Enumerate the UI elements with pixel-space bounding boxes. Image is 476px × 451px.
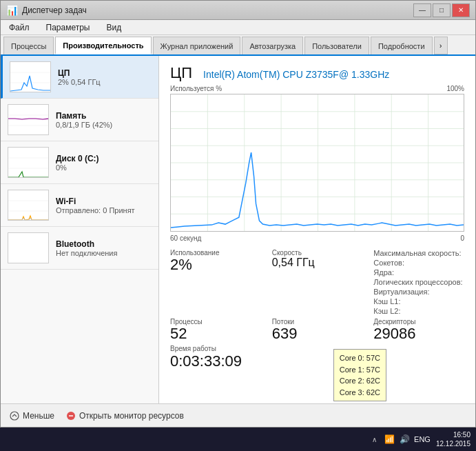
- stat-processes: Процессы 52: [170, 318, 261, 342]
- sidebar-label-disk: Диск 0 (С:): [56, 154, 152, 163]
- uptime-block: Время работы 0:03:33:09: [170, 345, 464, 370]
- detail-subtitle: Intel(R) Atom(TM) CPU Z3735F@ 1.33GHz: [203, 69, 389, 80]
- sidebar-label-bluetooth: Bluetooth: [56, 239, 152, 249]
- svg-point-28: [10, 412, 19, 420]
- sidebar-label-cpu: ЦП: [58, 68, 152, 78]
- tab-autostart[interactable]: Автозагрузка: [242, 37, 303, 54]
- tooltip-core0: Core 0: 57C: [340, 352, 380, 364]
- sidebar: ЦП 2% 0,54 ГГц Память 0,8/1,9 ГБ (42%): [1, 56, 159, 403]
- stat-speed-value: 0,54 ГГц: [272, 257, 363, 269]
- sidebar-item-bluetooth[interactable]: Bluetooth Нет подключения: [1, 227, 158, 270]
- taskbar-network-icon[interactable]: 📶: [384, 434, 395, 445]
- detail-panel: ЦП Intel(R) Atom(TM) CPU Z3735F@ 1.33GHz…: [159, 56, 475, 403]
- sidebar-info-bluetooth: Bluetooth Нет подключения: [56, 239, 152, 257]
- tab-processes[interactable]: Процессы: [3, 37, 54, 54]
- uptime-value: 0:03:33:09: [170, 352, 464, 370]
- bottom-bar: Меньше Открыть монитор ресурсов: [1, 403, 475, 427]
- tab-applog[interactable]: Журнал приложений: [153, 37, 241, 54]
- svg-rect-9: [8, 190, 49, 221]
- menu-file[interactable]: Файл: [3, 21, 35, 34]
- stat-threads-value: 639: [272, 325, 363, 342]
- sidebar-value-memory: 0,8/1,9 ГБ (42%): [56, 121, 152, 129]
- stat-descriptors-value: 29086: [373, 325, 464, 342]
- cores-label: Ядра:: [373, 268, 464, 277]
- tooltip-core2: Core 2: 62C: [340, 375, 380, 387]
- sidebar-item-memory[interactable]: Память 0,8/1,9 ГБ (42%): [1, 99, 158, 141]
- stat-usage: Использование 2%: [170, 249, 261, 315]
- virtual-label: Виртуализация:: [373, 288, 464, 296]
- detail-title: ЦП: [170, 64, 192, 82]
- taskbar-datetime: 16:50 12.12.2015: [436, 430, 470, 448]
- sidebar-item-wifi[interactable]: Wi-Fi Отправлено: 0 Принят: [1, 184, 158, 227]
- svg-rect-6: [8, 148, 49, 178]
- cpu-chart: [170, 94, 464, 232]
- stat-speed-label: Скорость: [272, 249, 363, 257]
- main-content: ЦП 2% 0,54 ГГц Память 0,8/1,9 ГБ (42%): [1, 56, 475, 403]
- window-title: Диспетчер задач: [22, 6, 87, 15]
- taskbar-date-value: 12.12.2015: [436, 439, 470, 448]
- max-speed-label: Максимальная скорость:: [373, 249, 464, 257]
- task-manager-window: 📊 Диспетчер задач — □ ✕ Файл Параметры В…: [0, 0, 476, 428]
- title-bar: 📊 Диспетчер задач — □ ✕: [1, 1, 475, 20]
- logical-label: Логических процессоров:: [373, 278, 464, 286]
- sidebar-label-wifi: Wi-Fi: [56, 197, 152, 206]
- sidebar-info-memory: Память 0,8/1,9 ГБ (42%): [56, 111, 152, 129]
- sidebar-info-wifi: Wi-Fi Отправлено: 0 Принят: [56, 197, 152, 214]
- detail-header: ЦП Intel(R) Atom(TM) CPU Z3735F@ 1.33GHz: [170, 64, 464, 82]
- monitor-icon: [65, 410, 76, 421]
- monitor-button[interactable]: Открыть монитор ресурсов: [65, 410, 184, 421]
- cache-l1-label: Кэш L1:: [373, 297, 464, 305]
- stat-processes-value: 52: [170, 325, 261, 342]
- stat-descriptors: Дескрипторы 29086: [373, 318, 464, 342]
- close-button[interactable]: ✕: [452, 3, 470, 17]
- app-icon: 📊: [6, 5, 18, 16]
- taskbar-volume-icon[interactable]: 🔊: [399, 434, 410, 445]
- tab-more-arrow[interactable]: ›: [434, 37, 448, 54]
- title-bar-controls: — □ ✕: [413, 3, 470, 17]
- maximize-button[interactable]: □: [433, 3, 451, 17]
- sidebar-thumb-wifi: [8, 190, 49, 221]
- taskbar-chevron-icon[interactable]: ∧: [369, 434, 380, 445]
- sidebar-value-disk: 0%: [56, 163, 152, 172]
- chart-time-left: 60 секунд: [170, 234, 201, 242]
- sidebar-item-disk[interactable]: Диск 0 (С:) 0%: [1, 141, 158, 184]
- sidebar-value-bluetooth: Нет подключения: [56, 249, 152, 257]
- chart-label-right: 100%: [446, 85, 464, 92]
- less-label: Меньше: [23, 411, 54, 421]
- sidebar-label-memory: Память: [56, 111, 152, 121]
- chart-label-left: Используется %: [170, 85, 222, 92]
- tab-details[interactable]: Подробности: [371, 37, 433, 54]
- minimize-button[interactable]: —: [413, 3, 431, 17]
- monitor-label: Открыть монитор ресурсов: [79, 411, 184, 421]
- chevron-up-icon: [9, 410, 20, 421]
- tooltip-core3: Core 3: 62C: [340, 387, 380, 399]
- tooltip-core1: Core 1: 57C: [340, 364, 380, 376]
- stat-speed: Скорость 0,54 ГГц: [272, 249, 363, 315]
- taskbar-icons: ∧ 📶 🔊 ENG: [369, 434, 431, 445]
- chart-labels: Используется % 100%: [170, 85, 464, 92]
- stat-threads: Потоки 639: [272, 318, 363, 342]
- title-bar-left: 📊 Диспетчер задач: [6, 5, 87, 16]
- uptime-label: Время работы: [170, 345, 464, 352]
- menu-params[interactable]: Параметры: [41, 21, 96, 34]
- sidebar-info-cpu: ЦП 2% 0,54 ГГц: [58, 68, 152, 86]
- sidebar-thumb-disk: [8, 147, 49, 178]
- menu-view[interactable]: Вид: [101, 21, 127, 34]
- sidebar-thumb-bluetooth: [8, 232, 49, 263]
- taskbar-time-value: 16:50: [436, 430, 470, 439]
- tab-users[interactable]: Пользователи: [304, 37, 369, 54]
- chart-time-right: 0: [460, 234, 464, 242]
- sidebar-thumb-cpu: [10, 61, 51, 92]
- svg-rect-3: [8, 105, 49, 135]
- sidebar-item-cpu[interactable]: ЦП 2% 0,54 ГГц: [1, 56, 158, 99]
- chart-time-labels: 60 секунд 0: [170, 234, 464, 242]
- svg-rect-12: [8, 233, 49, 263]
- tooltip-popup: Core 0: 57C Core 1: 57C Core 2: 62C Core…: [333, 349, 386, 401]
- svg-rect-0: [10, 62, 51, 92]
- taskbar: ∧ 📶 🔊 ENG 16:50 12.12.2015: [0, 428, 476, 451]
- stat-usage-value: 2%: [170, 257, 261, 273]
- sidebar-info-disk: Диск 0 (С:) 0%: [56, 154, 152, 172]
- tab-performance[interactable]: Производительность: [55, 37, 151, 54]
- less-button[interactable]: Меньше: [9, 410, 54, 421]
- cache-l2-label: Кэш L2:: [373, 307, 464, 315]
